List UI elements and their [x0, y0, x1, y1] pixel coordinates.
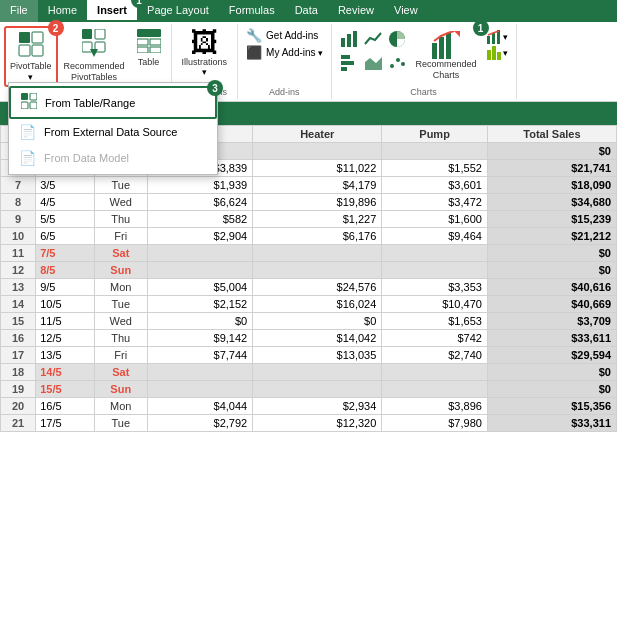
cell-total[interactable]: $40,669 — [487, 295, 616, 312]
cell-heater[interactable] — [253, 142, 382, 159]
table-row[interactable]: 19 15/5 Sun $0 — [1, 380, 617, 397]
cell-heater[interactable]: $11,022 — [253, 159, 382, 176]
table-row[interactable]: 14 10/5 Tue $2,152 $16,024 $10,470 $40,6… — [1, 295, 617, 312]
table-row[interactable]: 16 12/5 Thu $9,142 $14,042 $742 $33,611 — [1, 329, 617, 346]
col-heater[interactable]: Heater — [253, 125, 382, 142]
table-row[interactable]: 13 9/5 Mon $5,004 $24,576 $3,353 $40,616 — [1, 278, 617, 295]
cell-date[interactable]: 4/5 — [36, 193, 95, 210]
cell-pump[interactable]: $7,980 — [382, 414, 488, 431]
cell-pump[interactable]: $2,740 — [382, 346, 488, 363]
pivot-chart-button[interactable]: ▾ — [487, 46, 508, 60]
table-row[interactable]: 21 17/5 Tue $2,792 $12,320 $7,980 $33,31… — [1, 414, 617, 431]
recommended-charts-button[interactable]: RecommendedCharts 1 — [412, 28, 481, 84]
cell-total[interactable]: $29,594 — [487, 346, 616, 363]
cell-ac[interactable] — [147, 261, 253, 278]
pie-chart-button[interactable] — [386, 28, 408, 50]
cell-date[interactable]: 16/5 — [36, 397, 95, 414]
scatter-chart-button[interactable] — [386, 52, 408, 74]
cell-ac[interactable]: $2,904 — [147, 227, 253, 244]
cell-heater[interactable]: $1,227 — [253, 210, 382, 227]
cell-heater[interactable]: $0 — [253, 312, 382, 329]
cell-heater[interactable]: $12,320 — [253, 414, 382, 431]
cell-ac[interactable]: $7,744 — [147, 346, 253, 363]
cell-ac[interactable]: $2,152 — [147, 295, 253, 312]
cell-ac[interactable]: $5,004 — [147, 278, 253, 295]
cell-heater[interactable] — [253, 261, 382, 278]
cell-pump[interactable] — [382, 244, 488, 261]
cell-total[interactable]: $0 — [487, 261, 616, 278]
cell-pump[interactable]: $3,601 — [382, 176, 488, 193]
cell-date[interactable]: 3/5 — [36, 176, 95, 193]
cell-heater[interactable]: $14,042 — [253, 329, 382, 346]
cell-pump[interactable]: $1,552 — [382, 159, 488, 176]
tab-formulas[interactable]: Formulas — [219, 0, 285, 22]
col-total[interactable]: Total Sales — [487, 125, 616, 142]
cell-heater[interactable] — [253, 244, 382, 261]
from-external-item[interactable]: 📄 From External Data Source — [9, 119, 217, 145]
cell-date[interactable]: 13/5 — [36, 346, 95, 363]
cell-heater[interactable]: $13,035 — [253, 346, 382, 363]
cell-heater[interactable]: $2,934 — [253, 397, 382, 414]
cell-pump[interactable]: $3,353 — [382, 278, 488, 295]
tab-review[interactable]: Review — [328, 0, 384, 22]
column-chart-button[interactable] — [338, 28, 360, 50]
cell-total[interactable]: $18,090 — [487, 176, 616, 193]
col-pump[interactable]: Pump — [382, 125, 488, 142]
cell-total[interactable]: $3,709 — [487, 312, 616, 329]
table-row[interactable]: 17 13/5 Fri $7,744 $13,035 $2,740 $29,59… — [1, 346, 617, 363]
cell-pump[interactable] — [382, 142, 488, 159]
pivottable-button[interactable]: PivotTable ▾ 2 — [4, 26, 58, 87]
table-button[interactable]: Table — [131, 26, 167, 70]
cell-total[interactable]: $33,611 — [487, 329, 616, 346]
cell-pump[interactable]: $3,472 — [382, 193, 488, 210]
my-addins-button[interactable]: ⬛ My Add-ins ▾ — [246, 45, 322, 60]
cell-ac[interactable]: $2,792 — [147, 414, 253, 431]
area-chart-button[interactable] — [362, 52, 384, 74]
cell-total[interactable]: $21,741 — [487, 159, 616, 176]
tab-insert[interactable]: Insert 1 — [87, 0, 137, 22]
tab-view[interactable]: View — [384, 0, 428, 22]
cell-total[interactable]: $0 — [487, 380, 616, 397]
table-row[interactable]: 8 4/5 Wed $6,624 $19,896 $3,472 $34,680 — [1, 193, 617, 210]
cell-total[interactable]: $40,616 — [487, 278, 616, 295]
table-row[interactable]: 9 5/5 Thu $582 $1,227 $1,600 $15,239 — [1, 210, 617, 227]
cell-date[interactable]: 8/5 — [36, 261, 95, 278]
get-addins-button[interactable]: 🔧 Get Add-ins — [246, 28, 322, 43]
cell-date[interactable]: 7/5 — [36, 244, 95, 261]
cell-date[interactable]: 17/5 — [36, 414, 95, 431]
bar-chart-button[interactable] — [338, 52, 360, 74]
cell-date[interactable]: 5/5 — [36, 210, 95, 227]
cell-date[interactable]: 10/5 — [36, 295, 95, 312]
line-chart-button[interactable] — [362, 28, 384, 50]
cell-heater[interactable]: $6,176 — [253, 227, 382, 244]
cell-total[interactable]: $0 — [487, 244, 616, 261]
tab-home[interactable]: Home — [38, 0, 87, 22]
table-row[interactable]: 20 16/5 Mon $4,044 $2,934 $3,896 $15,356 — [1, 397, 617, 414]
recommended-pivottables-button[interactable]: RecommendedPivotTables — [60, 26, 129, 86]
cell-ac[interactable]: $4,044 — [147, 397, 253, 414]
cell-date[interactable]: 9/5 — [36, 278, 95, 295]
from-table-range-item[interactable]: From Table/Range 3 — [9, 86, 217, 119]
cell-total[interactable]: $33,311 — [487, 414, 616, 431]
cell-pump[interactable] — [382, 380, 488, 397]
cell-heater[interactable]: $24,576 — [253, 278, 382, 295]
cell-ac[interactable]: $9,142 — [147, 329, 253, 346]
table-row[interactable]: 12 8/5 Sun $0 — [1, 261, 617, 278]
cell-heater[interactable]: $16,024 — [253, 295, 382, 312]
combo-chart-button[interactable]: ▾ — [487, 30, 508, 44]
cell-total[interactable]: $21,212 — [487, 227, 616, 244]
cell-total[interactable]: $34,680 — [487, 193, 616, 210]
cell-pump[interactable]: $3,896 — [382, 397, 488, 414]
cell-ac[interactable] — [147, 244, 253, 261]
cell-heater[interactable] — [253, 363, 382, 380]
cell-pump[interactable]: $1,653 — [382, 312, 488, 329]
cell-pump[interactable] — [382, 261, 488, 278]
cell-pump[interactable]: $742 — [382, 329, 488, 346]
cell-date[interactable]: 6/5 — [36, 227, 95, 244]
cell-heater[interactable]: $19,896 — [253, 193, 382, 210]
cell-pump[interactable]: $1,600 — [382, 210, 488, 227]
cell-total[interactable]: $15,239 — [487, 210, 616, 227]
cell-date[interactable]: 14/5 — [36, 363, 95, 380]
cell-ac[interactable]: $582 — [147, 210, 253, 227]
tab-page-layout[interactable]: Page Layout — [137, 0, 219, 22]
